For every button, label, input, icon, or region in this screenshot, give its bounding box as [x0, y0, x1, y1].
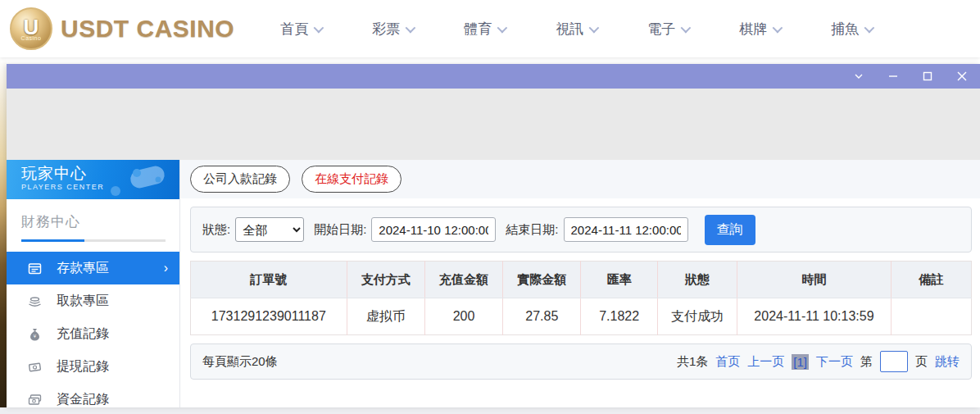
site-header: U Casino USDT CASINO 首頁 彩票 體育 視訊	[0, 0, 980, 57]
nav-label: 捕魚	[831, 20, 859, 39]
sidebar-item-fund-records[interactable]: 資金記錄	[7, 383, 179, 414]
tab-online-payment-records[interactable]: 在線支付記錄	[302, 166, 402, 193]
col-time: 時間	[737, 262, 892, 298]
gamepad-icon	[99, 162, 173, 198]
deposit-icon	[28, 262, 42, 275]
first-page-link[interactable]: 首页	[715, 354, 740, 370]
nav-item-fishing[interactable]: 捕魚	[831, 11, 872, 47]
nav-item-lottery[interactable]: 彩票	[372, 11, 413, 47]
chevron-down-icon	[497, 22, 508, 33]
page-jump-input[interactable]	[880, 351, 908, 372]
sidebar-section-label: 財務中心	[21, 212, 165, 231]
nav-label: 彩票	[372, 20, 400, 39]
record-tabs: 公司入款記錄 在線支付記錄	[180, 160, 980, 198]
current-page-indicator: [1]	[792, 354, 809, 370]
sidebar-item-deposit[interactable]: 存款專區 ›	[7, 252, 179, 284]
nav-item-chess[interactable]: 棋牌	[739, 11, 780, 47]
chevron-down-icon	[406, 22, 416, 33]
col-remark: 備註	[891, 262, 971, 298]
cell-recharge-amount: 200	[424, 298, 502, 335]
close-icon[interactable]	[955, 70, 969, 83]
end-date-label: 結束日期:	[506, 222, 558, 238]
sidebar-section-underline	[21, 239, 166, 242]
status-label: 狀態:	[202, 222, 230, 238]
chevron-down-icon	[681, 22, 692, 33]
sidebar-item-recharge-records[interactable]: ¥ 充值記錄	[7, 317, 179, 350]
main-nav: 首頁 彩票 體育 視訊 電子 棋牌	[280, 11, 923, 47]
chevron-down-icon	[314, 22, 324, 33]
logo-text: USDT CASINO	[61, 15, 234, 43]
jump-button[interactable]: 跳转	[935, 354, 960, 370]
page-size-text: 每頁顯示20條	[202, 354, 278, 370]
nav-label: 視訊	[556, 20, 583, 39]
logo-letter: U	[24, 17, 39, 37]
sidebar-item-label: 提現記錄	[57, 358, 109, 375]
chevron-down-icon	[773, 22, 783, 33]
pagination-controls: 共1条 首页 上一页 [1] 下一页 第 页 跳转	[677, 351, 960, 372]
cell-exchange-rate: 7.1822	[581, 298, 657, 335]
chevron-down-icon	[864, 22, 875, 33]
player-center-window: 玩家中心 PLAYERS CENTER 財務中心	[7, 64, 980, 407]
cell-time: 2024-11-11 10:13:59	[737, 298, 892, 335]
chevron-down-icon	[589, 22, 600, 33]
sidebar-header: 玩家中心 PLAYERS CENTER	[7, 160, 179, 199]
background-page-edge	[0, 57, 7, 414]
page: U Casino USDT CASINO 首頁 彩票 體育 視訊	[0, 0, 980, 414]
logo-coin-icon: U Casino	[10, 7, 52, 50]
cell-status: 支付成功	[657, 298, 737, 335]
recharge-icon: ¥	[28, 327, 42, 341]
nav-item-home[interactable]: 首頁	[280, 11, 321, 47]
tab-company-deposit-records[interactable]: 公司入款記錄	[190, 166, 290, 193]
site-logo[interactable]: U Casino USDT CASINO	[10, 7, 234, 50]
banner-area	[7, 89, 980, 160]
jump-suffix-text: 页	[915, 354, 928, 370]
cell-remark	[891, 298, 971, 335]
logo-sub-label: Casino	[21, 35, 42, 41]
content-inner: 狀態: 全部 開始日期: 結束日期: 查詢 訂單號	[180, 198, 980, 380]
sidebar-item-label: 存款專區	[57, 260, 109, 277]
sidebar-item-label: 取款專區	[57, 293, 109, 310]
sidebar-item-withdrawal-records[interactable]: 提現記錄	[7, 350, 179, 383]
col-payment-method: 支付方式	[347, 262, 424, 298]
end-date-input[interactable]	[564, 217, 688, 242]
nav-item-video[interactable]: 視訊	[556, 11, 597, 47]
collapse-icon[interactable]	[852, 70, 865, 83]
prev-page-link[interactable]: 上一页	[747, 354, 784, 370]
jump-prefix-text: 第	[860, 354, 873, 370]
window-titlebar	[7, 64, 980, 89]
start-date-input[interactable]	[371, 217, 496, 242]
col-actual-amount: 實際金額	[503, 262, 581, 298]
total-count-text: 共1条	[677, 354, 708, 370]
next-page-link[interactable]: 下一页	[816, 354, 853, 370]
search-button[interactable]: 查詢	[705, 215, 755, 245]
sidebar-menu: 存款專區 › 取款專區 ¥ 充值記錄	[7, 252, 179, 414]
start-date-label: 開始日期:	[314, 222, 366, 238]
sidebar-item-withdraw[interactable]: 取款專區	[7, 284, 179, 317]
sidebar-item-label: 資金記錄	[57, 391, 109, 408]
filter-bar: 狀態: 全部 開始日期: 結束日期: 查詢	[190, 207, 972, 252]
cell-payment-method: 虚拟币	[347, 298, 424, 335]
main-content: 公司入款記錄 在線支付記錄 狀態: 全部 開始日期: 結束日期: 查詢	[180, 160, 980, 407]
nav-item-sports[interactable]: 體育	[464, 11, 505, 47]
funds-icon	[28, 393, 42, 407]
table-row: 1731291239011187 虚拟币 200 27.85 7.1822 支付…	[191, 298, 972, 335]
status-select[interactable]: 全部	[235, 217, 304, 242]
window-body: 玩家中心 PLAYERS CENTER 財務中心	[7, 160, 980, 407]
nav-label: 首頁	[280, 20, 308, 39]
withdraw-icon	[28, 294, 42, 308]
chevron-right-icon: ›	[164, 261, 168, 275]
cell-actual-amount: 27.85	[503, 298, 581, 335]
maximize-icon[interactable]	[921, 70, 934, 83]
col-exchange-rate: 匯率	[581, 262, 657, 298]
records-table: 訂單號 支付方式 充值金額 實際金額 匯率 狀態 時間 備註	[190, 261, 972, 335]
sidebar: 玩家中心 PLAYERS CENTER 財務中心	[7, 160, 180, 407]
nav-label: 電子	[647, 20, 675, 39]
pagination-bar: 每頁顯示20條 共1条 首页 上一页 [1] 下一页 第 页 跳转	[190, 343, 972, 380]
cashout-icon	[28, 360, 42, 374]
minimize-icon[interactable]	[887, 70, 900, 83]
nav-item-slots[interactable]: 電子	[647, 11, 688, 47]
sidebar-item-label: 充值記錄	[57, 325, 109, 343]
table-header-row: 訂單號 支付方式 充值金額 實際金額 匯率 狀態 時間 備註	[191, 262, 972, 298]
col-order-number: 訂單號	[191, 262, 347, 298]
nav-label: 棋牌	[739, 20, 767, 39]
